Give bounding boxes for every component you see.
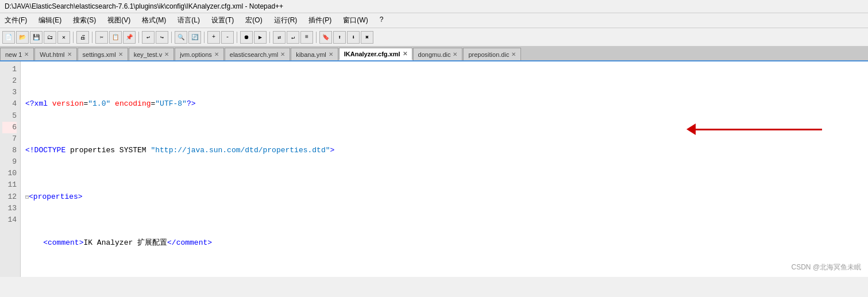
watermark: CSDN @北海冥鱼未眠 [791,263,861,272]
tab-close-dongmu[interactable]: ✕ [453,51,457,57]
line-num-6: 6 [2,122,17,133]
tab-close-wut[interactable]: ✕ [67,51,72,57]
prev-bookmark-button[interactable]: ⬆ [333,31,346,44]
line-num-2: 2 [2,75,17,87]
sep8 [316,32,317,43]
new-button[interactable]: 📄 [2,31,15,44]
tab-jvm[interactable]: jvm.options ✕ [175,48,224,60]
close-button[interactable]: ✕ [57,31,70,44]
sep1 [73,32,74,43]
watermark-text: CSDN @北海冥鱼未眠 [791,263,861,271]
cut-button[interactable]: ✂ [95,31,108,44]
menu-window[interactable]: 窗口(W) [341,14,370,26]
bookmark-button[interactable]: 🔖 [319,31,332,44]
menu-edit[interactable]: 编辑(E) [36,14,64,26]
tab-close-preposition[interactable]: ✕ [511,51,516,57]
indent-button[interactable]: ≡ [300,31,313,44]
menu-plugins[interactable]: 插件(P) [306,14,334,26]
wrap-button[interactable]: ↵ [287,31,299,44]
menu-run[interactable]: 运行(R) [272,14,300,26]
tab-close-kibana[interactable]: ✕ [329,51,333,57]
menu-macro[interactable]: 宏(O) [243,14,264,26]
find-button[interactable]: 🔍 [175,31,187,44]
line-num-4: 4 [2,98,17,110]
paste-button[interactable]: 📌 [123,31,136,44]
clear-bookmark-button[interactable]: ✖ [361,31,373,44]
print-button[interactable]: 🖨 [76,31,89,44]
line-num-9: 9 [2,156,17,168]
sep7 [269,32,270,43]
redo-button[interactable]: ↪ [156,31,168,44]
line-num-5: 5 [2,110,17,122]
line-num-8: 8 [2,145,17,156]
menu-format[interactable]: 格式(M) [140,14,168,26]
tab-elasticsearch[interactable]: elasticsearch.yml ✕ [225,48,290,60]
sep5 [204,32,205,43]
open-button[interactable]: 📂 [16,31,29,44]
line-num-7: 7 [2,133,17,145]
tab-close-jvm[interactable]: ✕ [214,51,219,57]
line-num-3: 3 [2,87,17,98]
tab-bar: new 1 ✕ Wut.html ✕ settings.xml ✕ key_te… [0,47,868,61]
sep2 [92,32,92,43]
menu-settings[interactable]: 设置(T) [209,14,236,26]
line-num-1: 1 [2,64,17,75]
tab-dongmu[interactable]: dongmu.dic ✕ [413,48,463,60]
sync-button[interactable]: ⇄ [273,31,286,44]
tab-ikanalyzer[interactable]: IKAnalyzer.cfg.xml ✕ [339,48,412,60]
tab-wut[interactable]: Wut.html ✕ [34,48,76,60]
copy-button[interactable]: 📋 [109,31,122,44]
tab-close-ikanalyzer[interactable]: ✕ [403,51,407,57]
tab-new1[interactable]: new 1 ✕ [0,48,34,60]
title-bar: D:\JAVA\ElasticSearch\elasticsearch-7.6.… [0,0,868,13]
tab-settings[interactable]: settings.xml ✕ [78,48,128,60]
tab-close-elasticsearch[interactable]: ✕ [280,51,285,57]
macro-play-button[interactable]: ▶ [254,31,267,44]
tab-close-settings[interactable]: ✕ [118,51,123,57]
line-num-10: 10 [2,168,17,179]
code-line-4: <comment>IK Analyzer 扩展配置</comment> [25,237,863,249]
tab-keytest[interactable]: key_test.v ✕ [129,48,175,60]
sep4 [171,32,172,43]
undo-button[interactable]: ↩ [142,31,155,44]
save-all-button[interactable]: 🗂 [44,31,56,44]
menu-file[interactable]: 文件(F) [2,14,29,26]
menu-view[interactable]: 视图(V) [105,14,133,26]
tab-kibana[interactable]: kibana.yml ✕ [291,48,338,60]
sep3 [138,32,139,43]
zoom-in-button[interactable]: + [207,31,220,44]
menu-help[interactable]: ? [377,14,386,26]
menu-search[interactable]: 搜索(S) [71,14,98,26]
tab-preposition[interactable]: preposition.dic ✕ [463,48,521,60]
replace-button[interactable]: 🔄 [188,31,201,44]
menu-bar: 文件(F) 编辑(E) 搜索(S) 视图(V) 格式(M) 语言(L) 设置(T… [0,13,868,28]
toolbar: 📄 📂 💾 🗂 ✕ 🖨 ✂ 📋 📌 ↩ ↪ 🔍 🔄 + - ⏺ ▶ ⇄ ↵ ≡ … [0,28,868,47]
save-button[interactable]: 💾 [30,31,43,44]
line-num-12: 12 [2,191,17,203]
line-num-11: 11 [2,179,17,191]
title-text: D:\JAVA\ElasticSearch\elasticsearch-7.6.… [5,2,283,10]
line-num-13: 13 [2,203,17,214]
macro-rec-button[interactable]: ⏺ [240,31,253,44]
zoom-out-button[interactable]: - [221,31,234,44]
next-bookmark-button[interactable]: ⬇ [347,31,360,44]
line-num-14: 14 [2,214,17,226]
line-numbers: 1 2 3 4 5 6 7 8 9 10 11 12 13 14 [0,61,21,277]
tab-close-keytest[interactable]: ✕ [164,51,169,57]
code-content[interactable]: <?xml version="1.0" encoding="UTF-8"?> <… [21,61,868,277]
sep6 [237,32,237,43]
code-line-1: <?xml version="1.0" encoding="UTF-8"?> [25,98,863,110]
tab-close-new1[interactable]: ✕ [24,51,29,57]
menu-language[interactable]: 语言(L) [175,14,202,26]
code-area: 1 2 3 4 5 6 7 8 9 10 11 12 13 14 <?xml v… [0,61,868,277]
code-line-3: ⊟<properties> [25,191,863,203]
code-line-2: <!DOCTYPE properties SYSTEM "http://java… [25,145,863,156]
